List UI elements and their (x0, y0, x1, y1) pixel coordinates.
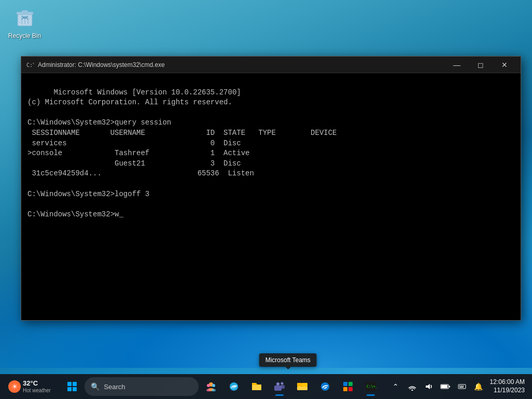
taskbar: ☀ 32°C Hot weather 🔍 Search (0, 374, 532, 399)
svg-text:PRE: PRE (232, 387, 237, 390)
svg-rect-26 (348, 387, 353, 391)
edge-icon (319, 380, 331, 393)
svg-text:C:\>_: C:\>_ (367, 384, 377, 389)
clock-time: 12:06:00 AM (490, 378, 525, 387)
teams-tooltip: Microsoft Teams (259, 353, 317, 367)
taskbar-right: ⌃ (388, 378, 528, 394)
taskbar-app-edge-pre[interactable]: PRE (223, 376, 244, 397)
weather-widget[interactable]: ☀ 32°C Hot weather (4, 377, 55, 396)
svg-rect-25 (343, 387, 347, 391)
svg-rect-22 (302, 383, 307, 387)
store-icon (342, 380, 354, 393)
close-button[interactable]: ✕ (493, 57, 516, 73)
taskbar-app-edge[interactable] (315, 376, 335, 397)
svg-rect-2 (22, 10, 28, 12)
teams-tooltip-text: Microsoft Teams (265, 356, 311, 364)
teams-icon (273, 380, 286, 393)
svg-point-12 (206, 389, 211, 392)
weather-desc: Hot weather (23, 388, 51, 394)
weather-temp: 32°C (23, 379, 51, 388)
svg-rect-20 (297, 383, 302, 387)
cmd-taskbar-icon: C:\>_ (365, 380, 377, 393)
svg-rect-16 (274, 386, 282, 391)
explorer-icon (296, 380, 309, 393)
weather-text: 32°C Hot weather (23, 379, 51, 394)
svg-point-10 (212, 384, 215, 387)
svg-point-17 (276, 382, 279, 386)
svg-rect-37 (459, 387, 464, 388)
search-icon: 🔍 (91, 382, 100, 391)
accounts-icon (205, 380, 217, 393)
svg-point-13 (212, 389, 216, 392)
volume-icon[interactable] (422, 379, 436, 394)
svg-rect-35 (461, 386, 462, 387)
clock-date: 11/19/2023 (494, 387, 525, 395)
keyboard-icon[interactable] (455, 379, 469, 394)
taskbar-center: 🔍 Search PRE (57, 376, 386, 397)
edge-pre-icon: PRE (228, 380, 240, 393)
cmd-window: C:\ Administrator: C:\Windows\system32\c… (21, 56, 521, 321)
recycle-bin-icon[interactable]: Recycle Bin (5, 5, 44, 39)
files-icon (250, 380, 263, 393)
svg-rect-34 (459, 386, 460, 387)
svg-rect-31 (441, 385, 447, 388)
cmd-titlebar: C:\ Administrator: C:\Windows\system32\c… (21, 57, 521, 73)
cmd-icon: C:\ (25, 61, 34, 69)
svg-rect-21 (297, 387, 307, 390)
taskbar-app-files[interactable] (246, 376, 267, 397)
window-controls: — ◻ ✕ (445, 57, 516, 73)
notification-icon[interactable]: 🔔 (471, 379, 486, 394)
recycle-bin-graphic (12, 5, 37, 30)
desktop: Recycle Bin C:\ Administrator: C:\Window… (0, 0, 532, 399)
svg-rect-36 (463, 386, 464, 387)
chevron-up-icon[interactable]: ⌃ (388, 379, 403, 394)
svg-point-9 (207, 384, 210, 387)
svg-point-29 (411, 390, 413, 391)
battery-icon[interactable] (438, 379, 453, 394)
weather-icon: ☀ (8, 380, 21, 393)
clock[interactable]: 12:06:00 AM 11/19/2023 (487, 378, 528, 394)
taskbar-app-cmd[interactable]: C:\>_ (360, 376, 381, 397)
svg-point-18 (281, 382, 284, 385)
taskbar-app-store[interactable] (338, 376, 358, 397)
svg-rect-23 (343, 382, 347, 386)
search-bar[interactable]: 🔍 Search (85, 377, 199, 396)
svg-rect-24 (348, 382, 353, 386)
svg-text:C:\: C:\ (26, 62, 34, 68)
svg-rect-32 (449, 386, 450, 388)
start-button[interactable] (62, 376, 82, 397)
taskbar-app-explorer[interactable] (292, 376, 313, 397)
cmd-content[interactable]: Microsoft Windows [Version 10.0.22635.27… (21, 73, 521, 320)
svg-rect-15 (252, 385, 261, 390)
svg-rect-33 (458, 384, 466, 389)
maximize-button[interactable]: ◻ (469, 57, 493, 73)
search-label: Search (104, 383, 125, 391)
cmd-title: Administrator: C:\Windows\system32\cmd.e… (38, 61, 445, 68)
system-tray: ⌃ (388, 379, 486, 394)
recycle-bin-svg (13, 6, 36, 29)
taskbar-app-teams[interactable] (269, 376, 290, 397)
svg-rect-19 (281, 385, 285, 389)
windows-logo-icon (67, 382, 77, 391)
taskbar-app-accounts[interactable] (201, 376, 221, 397)
minimize-button[interactable]: — (445, 57, 469, 73)
cmd-line-1: Microsoft Windows [Version 10.0.22635.27… (27, 88, 337, 218)
taskbar-left: ☀ 32°C Hot weather (4, 377, 55, 396)
network-icon[interactable] (405, 379, 419, 394)
recycle-bin-label: Recycle Bin (8, 32, 41, 39)
